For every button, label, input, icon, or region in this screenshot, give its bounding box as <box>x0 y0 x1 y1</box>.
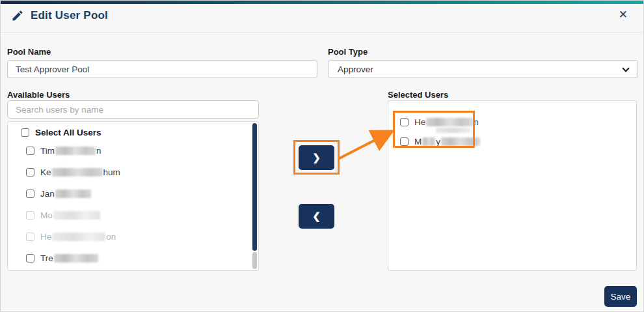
move-right-button[interactable]: ❯ <box>299 145 334 170</box>
redacted-name-segment <box>55 147 96 155</box>
accent-gradient-bar <box>1 1 643 4</box>
dialog-header: Edit User Pool <box>11 9 108 22</box>
user-row: Mo <box>26 205 249 226</box>
redacted-name-segment <box>436 128 471 133</box>
user-checkbox[interactable] <box>400 137 409 146</box>
user-name: Jan <box>40 189 92 199</box>
user-search-input[interactable] <box>7 100 259 119</box>
available-rows: Select All Users TimnKehumJanMoHeonTre <box>21 124 249 269</box>
user-checkbox <box>26 233 34 241</box>
close-icon[interactable]: ✕ <box>619 9 628 20</box>
pool-type-select[interactable]: Approver <box>328 60 638 78</box>
available-users-label: Available Users <box>7 90 70 100</box>
redacted-name-segment <box>441 137 480 146</box>
user-name: Mo <box>40 210 101 220</box>
redacted-name-segment <box>53 211 100 220</box>
redacted-name-segment <box>52 168 103 177</box>
scrollbar-thumb[interactable] <box>252 123 257 251</box>
user-checkbox[interactable] <box>26 147 34 155</box>
user-row[interactable]: Jan <box>26 183 249 205</box>
select-all-row[interactable]: Select All Users <box>21 124 249 140</box>
redacted-name-segment <box>55 190 91 198</box>
user-name: Timn <box>40 146 101 156</box>
user-row[interactable]: Kehum <box>26 162 249 183</box>
pencil-edit-icon <box>11 9 24 22</box>
available-users-list: Select All Users TimnKehumJanMoHeonTre <box>7 121 259 271</box>
pool-type-label: Pool Type <box>328 47 368 57</box>
redacted-name-segment <box>52 233 105 241</box>
user-name: Tre <box>40 253 99 263</box>
move-left-button[interactable]: ❮ <box>299 204 334 229</box>
redacted-name-segment <box>54 254 98 262</box>
user-row[interactable]: Hen <box>400 112 630 132</box>
user-row[interactable]: Tre <box>26 248 249 269</box>
user-name: Kehum <box>40 167 120 177</box>
header-divider <box>1 32 643 33</box>
user-checkbox <box>26 211 34 220</box>
scrollbar-track[interactable] <box>252 252 257 269</box>
user-name: Heon <box>40 232 116 242</box>
selected-users-list: HenMy <box>388 100 637 271</box>
pool-name-label: Pool Name <box>7 47 51 57</box>
dialog-title: Edit User Pool <box>31 9 108 22</box>
pool-type-value: Approver <box>338 64 373 74</box>
selected-users-label: Selected Users <box>388 90 448 100</box>
select-all-label: Select All Users <box>35 128 101 137</box>
edit-user-pool-dialog: Edit User Pool ✕ Pool Name Pool Type App… <box>0 0 644 312</box>
redacted-name-segment <box>426 118 473 126</box>
user-row[interactable]: Timn <box>26 140 249 162</box>
redacted-name-segment <box>422 137 435 146</box>
pool-name-input[interactable] <box>7 60 317 78</box>
user-checkbox[interactable] <box>26 190 34 198</box>
user-name: Hen <box>414 117 479 127</box>
user-checkbox[interactable] <box>26 168 34 177</box>
select-all-checkbox[interactable] <box>21 128 29 137</box>
save-button[interactable]: Save <box>604 286 637 307</box>
user-checkbox[interactable] <box>26 254 34 262</box>
selected-rows: HenMy <box>400 112 630 151</box>
user-row[interactable]: My <box>400 132 630 151</box>
chevron-down-icon <box>622 64 629 72</box>
user-name: My <box>414 137 481 147</box>
user-row: Heon <box>26 226 249 248</box>
user-checkbox[interactable] <box>400 118 409 126</box>
